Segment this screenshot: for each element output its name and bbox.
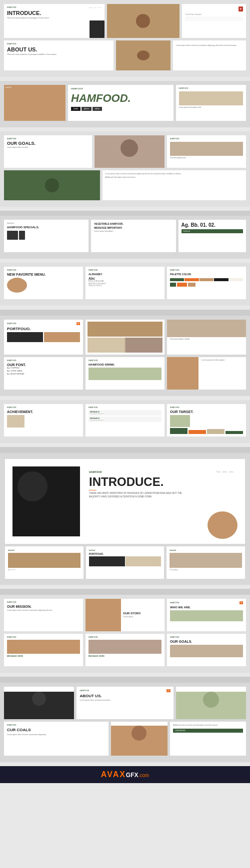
slide-palette[interactable]: hamfood PALETTE COLOR.: [167, 267, 246, 299]
slide-vision[interactable]: hamfood CUR COALS Lorem ipsum dolor sit …: [4, 722, 108, 756]
menu-food-img: [7, 278, 27, 293]
specials-row: hamfood HAMFOOD SPECIALS. VEGETABLE HAMF…: [4, 220, 246, 252]
msg-here-label: MESSAGE HERE: [7, 655, 80, 657]
section-2: hamfood hamfood HAMFOOD. HOME ABOUT MENU…: [0, 81, 250, 127]
vision-body: Lorem ipsum dolor sit amet consectetur a…: [7, 734, 106, 736]
msg2-logo: hamfood: [88, 636, 98, 638]
section-8-large: hamfood home about menu INTRODUCE. THERE…: [0, 453, 250, 585]
spacer-5: [0, 677, 250, 683]
about-food-img-2: [176, 692, 246, 719]
vegetable-title: VEGETABLE HAMFOOD.: [94, 222, 172, 225]
slide-msg-here-1[interactable]: hamfood MESSAGE HERE: [4, 634, 83, 666]
slide-text-1[interactable]: Lorem ipsum dolor sit amet consectetur a…: [173, 40, 246, 70]
slide-goals-info[interactable]: Lorem ipsum dolor sit amet consectetur a…: [102, 170, 246, 200]
bar-2: [188, 430, 206, 434]
slide-drink[interactable]: hamfood HAMFOOD DRINK.: [86, 357, 164, 390]
ach-img: [7, 415, 24, 428]
msg-here-logo: hamfood: [7, 636, 16, 638]
slide-about-food-2[interactable]: [176, 687, 246, 719]
slide-alphabet[interactable]: hamfood ALPHABET. Abc Bold & Regular ABC…: [86, 267, 164, 299]
large-topbar: hamfood home about menu: [89, 470, 234, 473]
slide-about[interactable]: hamfood ABOUT US. There are many variati…: [4, 40, 114, 70]
slide-mission[interactable]: hamfood OUR MISSION. Lorem ipsum dolor s…: [4, 599, 83, 631]
port-desc: Food presentation details: [170, 338, 243, 341]
slide-msg-here-2[interactable]: hamfood MESSAGE HERE: [86, 634, 164, 666]
large-intro-body: THERE ARE MANY VARIATIONS OF PASSAGES OF…: [89, 492, 189, 499]
slide-goals-food[interactable]: [94, 135, 164, 168]
sub-slide-1[interactable]: hamfood About food: [5, 546, 84, 579]
slide-food-2[interactable]: [116, 40, 170, 70]
portfolio-title: PORTFOUO.: [7, 327, 80, 331]
nav-home: HOME: [71, 107, 80, 111]
menu-row: hamfood NEW FAVORITE MENU. hamfood ALPHA…: [4, 267, 246, 299]
green-food-bowl: [203, 692, 219, 708]
slide-lines: [185, 17, 243, 20]
msg-block-2: MESSAGE 02 Lorem ipsum description: [88, 417, 162, 422]
slide-food-1[interactable]: [107, 4, 180, 38]
achieve-row: hamfood ACHIEVEMENT. hamfood MESSAGE 01 …: [4, 404, 246, 436]
food-text-3: Lorem ipsum food description: [200, 357, 246, 390]
portfolio-grid: [7, 332, 80, 342]
about-row-2: hamfood CUR COALS Lorem ipsum dolor sit …: [4, 722, 246, 756]
slide-image: [90, 20, 104, 38]
large-intro-slide[interactable]: hamfood home about menu INTRODUCE. THERE…: [5, 459, 245, 544]
port-logo: hamfood: [7, 323, 16, 325]
slide-portfolio-2[interactable]: [86, 320, 164, 355]
port-cell-1: [7, 332, 43, 342]
slide-story[interactable]: OUR STORY. Lorem ipsum: [86, 599, 164, 631]
slide-about-food-1[interactable]: [4, 687, 74, 719]
brand-food-img: hamfood: [4, 85, 66, 121]
spacer-1: [0, 211, 250, 216]
vision-bowl: [132, 726, 146, 741]
slide-hamfood-main[interactable]: hamfood HAMFOOD. HOME ABOUT MENU: [68, 85, 174, 121]
hamfood-text: Lorem ipsum description text: [179, 106, 243, 109]
slide-messages[interactable]: hamfood MESSAGE 01 Lorem ipsum descripti…: [86, 404, 164, 436]
slide-who[interactable]: hamfood 02 WHO WE ARE.: [167, 599, 246, 631]
palette-logo: hamfood: [170, 269, 180, 271]
large-nav: home about menu: [216, 471, 234, 473]
vision-text-content: Additional vision content and descriptio…: [173, 724, 243, 727]
slide-goals-main[interactable]: hamfood OUR GOALS. Lorem ipsum dolor sit…: [4, 135, 92, 168]
specials-top-text: hamfood: [7, 222, 86, 225]
goals-row-1: hamfood OUR GOALS. Lorem ipsum dolor sit…: [4, 135, 246, 168]
slide-hamfood-text[interactable]: hamfood Lorem ipsum description text: [176, 85, 246, 121]
slide-vision-food[interactable]: [111, 722, 168, 756]
slide-new-menu[interactable]: hamfood NEW FAVORITE MENU.: [4, 267, 83, 299]
port-img-2a: [88, 338, 124, 353]
large-nav-1: home: [216, 471, 221, 473]
alphabet-label: ALPHABET.: [88, 273, 162, 276]
slide-font[interactable]: hamfood OUR FONT. Aa. POPPINS Aa. OPEN S…: [4, 357, 83, 390]
section-3: hamfood OUR GOALS. Lorem ipsum dolor sit…: [0, 131, 250, 207]
slide-goals-text[interactable]: hamfood Text description here: [167, 135, 246, 168]
slide-logo-3: hamfood: [179, 87, 243, 89]
slide-introduce[interactable]: hamfood home about menu INTRODUCE. There…: [4, 4, 104, 38]
sample-2: [177, 283, 187, 287]
bar-3: [207, 429, 224, 434]
slide-target[interactable]: hamfood OUR TARGET.: [167, 404, 246, 436]
mission-row-1: hamfood OUR MISSION. Lorem ipsum dolor s…: [4, 599, 246, 631]
sub-slides-row: hamfood About food hamfood PORTFOUO. ham…: [5, 546, 245, 579]
slide-ppt[interactable]: P PowerPoint Template: [182, 4, 246, 38]
slide-goals-food-2[interactable]: [4, 170, 100, 200]
slide-brand-food[interactable]: hamfood: [4, 85, 66, 121]
port-img-2b: [126, 338, 162, 353]
slide-achievement[interactable]: hamfood ACHIEVEMENT.: [4, 404, 83, 436]
sub-slide-3[interactable]: hamfood Food gallery: [166, 546, 245, 579]
who-logo: hamfood: [170, 602, 180, 604]
slide-specials[interactable]: hamfood HAMFOOD SPECIALS.: [4, 220, 88, 252]
font-title: OUR FONT.: [7, 363, 80, 367]
slide-vegetable[interactable]: VEGETABLE HAMFOOD. MESSAGE IMPORTANT. Lo…: [91, 220, 176, 252]
target-chart: [170, 428, 243, 434]
slide-vision-text[interactable]: Additional vision content and descriptio…: [170, 722, 246, 756]
food-image-1: [107, 4, 180, 38]
slide-portfolio-3[interactable]: Food presentation details: [167, 320, 246, 355]
slide-food-3[interactable]: Lorem ipsum food description: [167, 357, 246, 390]
slide-ag[interactable]: Ag. Bb. 01. 02. hamfood: [178, 220, 246, 252]
slide-about-2[interactable]: hamfood 03 ABOUT US. Lorem ipsum dolor s…: [76, 687, 173, 719]
slide-our-goals-2[interactable]: hamfood OUR GOALS.: [167, 634, 246, 666]
sub-slide-2[interactable]: hamfood PORTFOUO.: [86, 546, 164, 579]
msg-1-text: Lorem ipsum description: [90, 413, 160, 415]
slide-portfolio[interactable]: hamfood 01 PORTFOUO.: [4, 320, 83, 355]
portfolio-row-1: hamfood 01 PORTFOUO.: [4, 320, 246, 355]
about-dark-img: [4, 692, 74, 719]
